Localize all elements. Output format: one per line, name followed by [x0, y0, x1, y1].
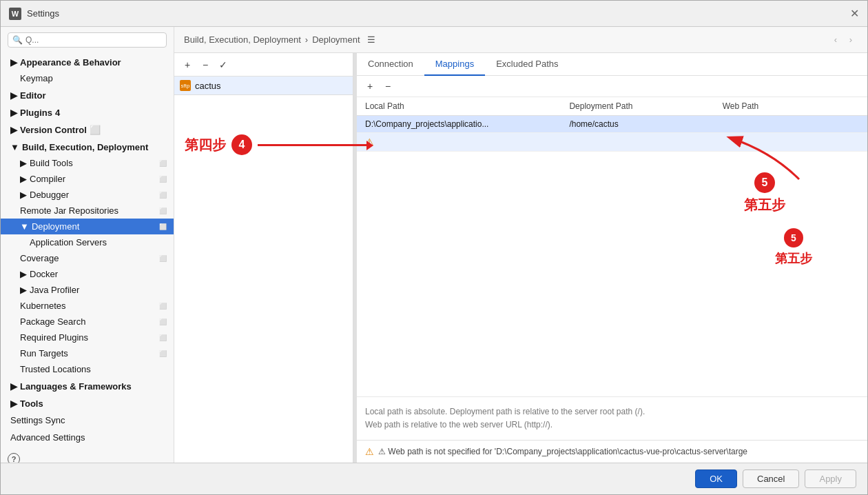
breadcrumb: Build, Execution, Deployment › Deploymen… — [184, 33, 378, 47]
cell-empty — [561, 133, 714, 152]
arrow-icon: ▶ — [20, 269, 27, 279]
table-row[interactable]: D:\Company_projects\applicatio... /home/… — [357, 116, 867, 133]
mappings-table-area: Local Path Deployment Path Web Path D:\C… — [357, 97, 867, 396]
tab-mappings[interactable]: Mappings — [424, 53, 485, 76]
sidebar-item-label: Coverage — [20, 253, 59, 263]
sidebar-item-docker[interactable]: ▶ Docker — [1, 266, 174, 282]
arrow-icon: ▶ — [10, 381, 17, 392]
add-server-btn[interactable]: + — [180, 57, 195, 72]
annotation-step5: 5 第五步 — [775, 228, 812, 267]
arrow-icon: ▶ — [10, 125, 17, 135]
expand-icon: ⬜ — [159, 319, 167, 325]
main-header: Build, Execution, Deployment › Deploymen… — [174, 27, 867, 53]
sidebar-item-label: Editor — [20, 90, 46, 101]
sidebar-item-advanced-settings[interactable]: Advanced Settings — [1, 429, 174, 446]
expand-icon: ⬜ — [159, 255, 167, 262]
sidebar-item-label: Deployment — [32, 221, 79, 232]
back-button[interactable]: ‹ — [829, 33, 843, 47]
tab-connection[interactable]: Connection — [357, 53, 424, 76]
tab-excluded-paths[interactable]: Excluded Paths — [485, 53, 569, 76]
sidebar-item-deployment[interactable]: ▼ Deployment ⬜ — [1, 219, 174, 234]
sidebar-item-label: Tools — [20, 398, 43, 409]
breadcrumb-current: Deployment — [312, 34, 360, 45]
cancel-button[interactable]: Cancel — [743, 469, 799, 488]
info-line2: Web path is relative to the web server U… — [365, 418, 859, 432]
arrow-icon: ▶ — [10, 108, 17, 118]
settings-window: W Settings ✕ 🔍 ▶ Appearance & Behavior K… — [0, 0, 868, 495]
right-pane: Connection Mappings Excluded Paths + − — [357, 53, 867, 463]
expand-icon: ⬜ — [159, 334, 167, 341]
titlebar: W Settings ✕ — [1, 1, 867, 27]
info-line1: Local path is absolute. Deployment path … — [365, 405, 859, 418]
sidebar-item-version-control[interactable]: ▶ Version Control ⬜ — [1, 121, 174, 138]
arrow-icon: ▶ — [10, 398, 17, 409]
content-area: 🔍 ▶ Appearance & Behavior Keymap ▶ Edito… — [1, 27, 867, 463]
close-button[interactable]: ✕ — [850, 7, 859, 20]
sidebar-item-label: Kubernetes — [20, 301, 66, 311]
help-button[interactable]: ? — [1, 449, 174, 463]
sidebar-item-appearance[interactable]: ▶ Appearance & Behavior — [1, 53, 174, 70]
sidebar-item-compiler[interactable]: ▶ Compiler ⬜ — [1, 171, 174, 187]
sidebar-item-debugger[interactable]: ▶ Debugger ⬜ — [1, 187, 174, 203]
expand-icon: ⬜ — [159, 160, 167, 167]
warning-text: ⚠ Web path is not specified for 'D:\Comp… — [378, 447, 747, 456]
col-header-web-path: Web Path — [714, 97, 867, 116]
breadcrumb-menu-btn[interactable]: ☰ — [364, 33, 378, 47]
search-input[interactable] — [25, 35, 162, 45]
vc-icon: ⬜ — [90, 125, 101, 135]
sidebar-item-label: Debugger — [30, 190, 69, 200]
expand-icon: ⬜ — [159, 223, 167, 230]
sidebar-item-plugins[interactable]: ▶ Plugins 4 — [1, 103, 174, 121]
forward-button[interactable]: › — [844, 33, 858, 47]
breadcrumb-sep: › — [305, 34, 308, 45]
sidebar-item-kubernetes[interactable]: Kubernetes ⬜ — [1, 298, 174, 314]
server-list-item[interactable]: sftp cactus — [174, 77, 353, 95]
sidebar-item-label: Build, Execution, Deployment — [22, 142, 148, 152]
sidebar-item-settings-sync[interactable]: Settings Sync — [1, 412, 174, 429]
remove-server-btn[interactable]: − — [198, 57, 213, 72]
sidebar-item-label: Package Search — [20, 316, 85, 327]
sidebar-item-label: Run Targets — [20, 348, 68, 358]
sidebar-item-label: Version Control — [20, 125, 87, 135]
sidebar-item-label: Trusted Locations — [20, 364, 91, 374]
arrow-icon: ▼ — [10, 142, 19, 152]
expand-icon: ⬜ — [159, 303, 167, 310]
sidebar-item-label: Compiler — [30, 174, 65, 184]
sidebar-item-coverage[interactable]: Coverage ⬜ — [1, 250, 174, 266]
table-toolbar: + − — [357, 76, 867, 97]
sidebar-item-run-targets[interactable]: Run Targets ⬜ — [1, 345, 174, 361]
sidebar-item-label: Plugins — [20, 108, 52, 118]
ok-button[interactable]: OK — [695, 469, 737, 488]
search-box[interactable]: 🔍 — [8, 32, 167, 48]
window-title: Settings — [27, 8, 59, 19]
sidebar-item-remote-jar[interactable]: Remote Jar Repositories ⬜ — [1, 203, 174, 219]
arrow-icon: ▼ — [20, 221, 29, 232]
sidebar-item-label: Required Plugins — [20, 332, 88, 343]
breadcrumb-parent: Build, Execution, Deployment — [184, 34, 301, 45]
check-btn[interactable]: ✓ — [216, 57, 231, 72]
sidebar-item-tools[interactable]: ▶ Tools — [1, 394, 174, 412]
sidebar-item-required-plugins[interactable]: Required Plugins ⬜ — [1, 330, 174, 345]
sidebar-item-build-exec[interactable]: ▼ Build, Execution, Deployment — [1, 138, 174, 155]
sidebar-item-java-profiler[interactable]: ▶ Java Profiler — [1, 282, 174, 298]
sidebar-item-keymap[interactable]: Keymap — [1, 70, 174, 86]
sidebar-item-editor[interactable]: ▶ Editor — [1, 86, 174, 103]
sidebar-item-package-search[interactable]: Package Search ⬜ — [1, 314, 174, 330]
tabs-bar: Connection Mappings Excluded Paths — [357, 53, 867, 76]
sidebar-item-label: Advanced Settings — [10, 432, 85, 443]
remove-mapping-btn[interactable]: − — [380, 79, 395, 94]
table-row-warning[interactable]: ⚠ — [357, 133, 867, 152]
apply-button[interactable]: Apply — [805, 469, 856, 488]
warning-icon: ⚠ — [365, 137, 374, 148]
server-name: cactus — [195, 81, 221, 91]
cell-local-path: D:\Company_projects\applicatio... — [357, 116, 561, 133]
add-mapping-btn[interactable]: + — [362, 79, 378, 94]
server-list: sftp cactus — [174, 77, 353, 95]
sidebar-item-app-servers[interactable]: Application Servers — [1, 234, 174, 250]
cell-web-path — [714, 116, 867, 133]
sidebar-item-build-tools[interactable]: ▶ Build Tools ⬜ — [1, 155, 174, 171]
sidebar-item-languages[interactable]: ▶ Languages & Frameworks — [1, 377, 174, 394]
mappings-table: Local Path Deployment Path Web Path D:\C… — [357, 97, 867, 152]
expand-icon: ⬜ — [159, 350, 167, 357]
sidebar-item-trusted-locations[interactable]: Trusted Locations — [1, 361, 174, 377]
